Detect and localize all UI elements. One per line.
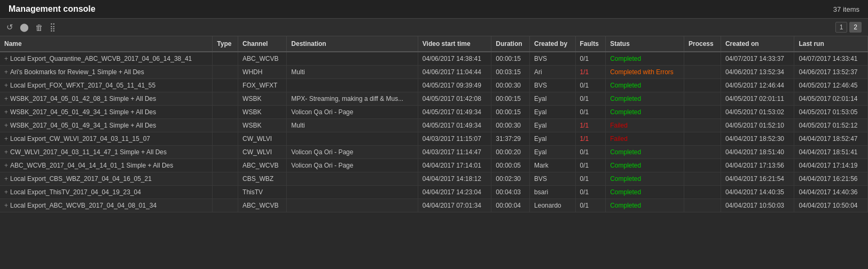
cell-channel: CW_WLVI bbox=[238, 132, 287, 146]
expand-icon[interactable]: + bbox=[4, 55, 8, 62]
cell-destination: Multi bbox=[287, 66, 418, 79]
cell-name: +Local Export_FOX_WFXT_2017_04_05_11_41_… bbox=[0, 79, 213, 92]
table-row[interactable]: +WSBK_2017_04_05_01_49_34_1 Simple + All… bbox=[0, 119, 868, 132]
expand-icon[interactable]: + bbox=[4, 82, 8, 89]
cell-faults: 0/1 bbox=[575, 199, 606, 212]
cell-name: +WSBK_2017_04_05_01_49_34_1 Simple + All… bbox=[0, 119, 213, 132]
cell-duration: 00:00:05 bbox=[491, 159, 530, 172]
cell-channel: ABC_WCVB bbox=[238, 199, 287, 212]
table-row[interactable]: +Local Export_CBS_WBZ_2017_04_04_16_05_2… bbox=[0, 172, 868, 186]
cell-status: Completed bbox=[606, 146, 684, 159]
cell-faults: 1/1 bbox=[575, 132, 606, 146]
cell-created-on: 04/06/2017 13:52:34 bbox=[721, 66, 794, 79]
table-row[interactable]: +Local Export_ThisTV_2017_04_04_19_23_04… bbox=[0, 186, 868, 199]
cell-status: Failed bbox=[606, 132, 684, 146]
cell-video-start: 04/04/2017 14:23:04 bbox=[418, 186, 491, 199]
cell-created-by: Eyal bbox=[530, 92, 576, 106]
cell-created-on: 04/04/2017 14:40:35 bbox=[721, 186, 794, 199]
cell-process bbox=[684, 186, 721, 199]
cell-last-run: 04/04/2017 18:51:41 bbox=[794, 146, 868, 159]
table-row[interactable]: +Ari's Bookmarks for Review_1 Simple + A… bbox=[0, 66, 868, 79]
col-type: Type bbox=[213, 36, 238, 52]
cell-destination bbox=[287, 132, 418, 146]
cell-process bbox=[684, 66, 721, 79]
table-row[interactable]: +Local Export_Quarantine_ABC_WCVB_2017_0… bbox=[0, 52, 868, 66]
col-faults: Faults bbox=[575, 36, 606, 52]
stop-icon[interactable]: ⬤ bbox=[20, 22, 29, 32]
table-row[interactable]: +Local Export_FOX_WFXT_2017_04_05_11_41_… bbox=[0, 79, 868, 92]
cell-status: Completed bbox=[606, 199, 684, 212]
delete-icon[interactable]: 🗑 bbox=[35, 23, 43, 32]
cell-status: Completed bbox=[606, 106, 684, 119]
cell-channel: CW_WLVI bbox=[238, 146, 287, 159]
cell-type bbox=[213, 159, 238, 172]
page-2[interactable]: 2 bbox=[849, 22, 862, 33]
cell-faults: 1/1 bbox=[575, 66, 606, 79]
cell-process bbox=[684, 146, 721, 159]
cell-type bbox=[213, 172, 238, 186]
cell-created-on: 04/05/2017 01:52:10 bbox=[721, 119, 794, 132]
cell-created-by: Mark bbox=[530, 159, 576, 172]
col-process: Process bbox=[684, 36, 721, 52]
table-row[interactable]: +WSBK_2017_04_05_01_49_34_1 Simple + All… bbox=[0, 106, 868, 119]
cell-type bbox=[213, 146, 238, 159]
cell-destination bbox=[287, 199, 418, 212]
cell-destination bbox=[287, 52, 418, 66]
cell-video-start: 04/04/2017 17:14:01 bbox=[418, 159, 491, 172]
cell-process bbox=[684, 199, 721, 212]
col-created-on: Created on bbox=[721, 36, 794, 52]
cell-faults: 0/1 bbox=[575, 172, 606, 186]
cell-video-start: 04/05/2017 09:39:49 bbox=[418, 79, 491, 92]
cell-type bbox=[213, 199, 238, 212]
cell-status: Completed bbox=[606, 159, 684, 172]
expand-icon[interactable]: + bbox=[4, 122, 8, 129]
cell-created-by: Leonardo bbox=[530, 199, 576, 212]
cell-channel: CBS_WBZ bbox=[238, 172, 287, 186]
cell-faults: 1/1 bbox=[575, 119, 606, 132]
cell-created-by: BVS bbox=[530, 79, 576, 92]
table-row[interactable]: +Local Export_ABC_WCVB_2017_04_04_08_01_… bbox=[0, 199, 868, 212]
col-last-run: Last run bbox=[794, 36, 868, 52]
cell-destination bbox=[287, 172, 418, 186]
expand-icon[interactable]: + bbox=[4, 95, 8, 102]
cell-created-on: 04/04/2017 10:50:03 bbox=[721, 199, 794, 212]
expand-icon[interactable]: + bbox=[4, 202, 8, 209]
recycle-icon[interactable]: ↺ bbox=[6, 22, 13, 32]
cell-created-on: 04/04/2017 16:21:54 bbox=[721, 172, 794, 186]
expand-icon[interactable]: + bbox=[4, 148, 8, 156]
cell-type bbox=[213, 92, 238, 106]
cell-created-on: 04/04/2017 17:13:56 bbox=[721, 159, 794, 172]
cell-name: +Local Export_ThisTV_2017_04_04_19_23_04 bbox=[0, 186, 213, 199]
cell-created-on: 04/05/2017 02:01:11 bbox=[721, 92, 794, 106]
cell-created-on: 04/07/2017 14:33:37 bbox=[721, 52, 794, 66]
cell-status: Completed bbox=[606, 79, 684, 92]
cell-type bbox=[213, 106, 238, 119]
expand-icon[interactable]: + bbox=[4, 162, 8, 169]
expand-icon[interactable]: + bbox=[4, 135, 8, 143]
table-row[interactable]: +Local Export_CW_WLVI_2017_04_03_11_15_0… bbox=[0, 132, 868, 146]
expand-icon[interactable]: + bbox=[4, 68, 8, 76]
cell-process bbox=[684, 106, 721, 119]
cell-channel: ABC_WCVB bbox=[238, 159, 287, 172]
col-status: Status bbox=[606, 36, 684, 52]
cell-faults: 0/1 bbox=[575, 92, 606, 106]
col-name: Name bbox=[0, 36, 213, 52]
expand-icon[interactable]: + bbox=[4, 108, 8, 116]
cell-video-start: 04/04/2017 14:18:12 bbox=[418, 172, 491, 186]
table-row[interactable]: +WSBK_2017_04_05_01_42_08_1 Simple + All… bbox=[0, 92, 868, 106]
cell-duration: 00:00:20 bbox=[491, 146, 530, 159]
table-row[interactable]: +CW_WLVI_2017_04_03_11_14_47_1 Simple + … bbox=[0, 146, 868, 159]
cell-created-by: BVS bbox=[530, 172, 576, 186]
cell-channel: WSBK bbox=[238, 106, 287, 119]
expand-icon[interactable]: + bbox=[4, 188, 8, 196]
cell-created-by: Eyal bbox=[530, 146, 576, 159]
cell-duration: 00:00:30 bbox=[491, 79, 530, 92]
cell-process bbox=[684, 92, 721, 106]
col-created-by: Created by bbox=[530, 36, 576, 52]
table-row[interactable]: +ABC_WCVB_2017_04_04_14_14_01_1 Simple +… bbox=[0, 159, 868, 172]
expand-icon[interactable]: + bbox=[4, 175, 8, 183]
menu-icon[interactable]: ⣿ bbox=[50, 22, 56, 32]
page-1[interactable]: 1 bbox=[835, 22, 848, 33]
col-channel: Channel bbox=[238, 36, 287, 52]
cell-destination: Multi bbox=[287, 119, 418, 132]
